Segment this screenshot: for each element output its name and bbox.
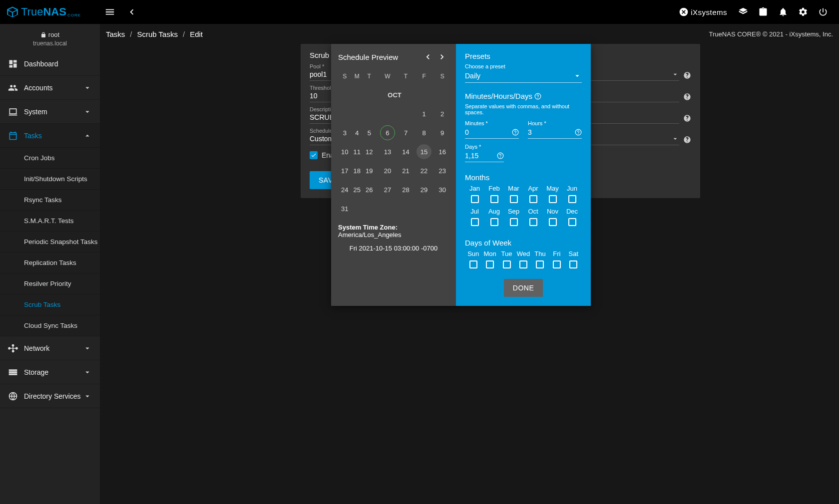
- nav-tasks[interactable]: Tasks: [0, 124, 100, 148]
- calendar-panel: Schedule Preview S M T W T F: [331, 44, 456, 306]
- month-oct-checkbox[interactable]: [529, 218, 537, 226]
- settings-button[interactable]: [793, 2, 813, 22]
- copyright: TrueNAS CORE® © 2021 - iXsystems, Inc.: [709, 30, 833, 38]
- nav-storage[interactable]: Storage: [0, 360, 100, 384]
- month-aug-checkbox[interactable]: [490, 218, 498, 226]
- minutes-help[interactable]: [512, 129, 519, 136]
- nav-sub-rsync[interactable]: Rsync Tasks: [0, 190, 100, 211]
- nav-directory[interactable]: Directory Services: [0, 384, 100, 408]
- svg-point-3: [512, 129, 518, 135]
- dow-title: Days of Week: [465, 239, 582, 247]
- chevron-down-icon: [83, 344, 92, 353]
- bell-icon: [778, 7, 788, 17]
- schedule-help[interactable]: [683, 136, 691, 144]
- hours-input[interactable]: [528, 127, 582, 139]
- dow-wed-checkbox[interactable]: [519, 260, 527, 268]
- minutes-label: Minutes *: [465, 120, 519, 126]
- months-title: Months: [465, 173, 582, 182]
- nav-sub-smart[interactable]: S.M.A.R.T. Tests: [0, 211, 100, 232]
- month-mar-checkbox[interactable]: [510, 195, 518, 203]
- calendar-icon: [8, 131, 18, 141]
- minutes-input[interactable]: [465, 127, 519, 139]
- ix-logo-icon: [679, 7, 689, 17]
- crumb-scrub-tasks[interactable]: Scrub Tasks: [137, 30, 178, 38]
- dow-sat-checkbox[interactable]: [569, 260, 577, 268]
- mhd-help[interactable]: [534, 93, 541, 100]
- nav-network[interactable]: Network: [0, 336, 100, 360]
- power-icon: [818, 7, 828, 17]
- menu-icon: [104, 6, 115, 17]
- month-apr-checkbox[interactable]: [529, 195, 537, 203]
- tasks-button[interactable]: [753, 2, 773, 22]
- calendar-prev-button[interactable]: [421, 52, 435, 62]
- dow-sun-checkbox[interactable]: [469, 260, 477, 268]
- dow-thu-checkbox[interactable]: [536, 260, 544, 268]
- crumb-tasks[interactable]: Tasks: [106, 30, 125, 38]
- nav-system[interactable]: System: [0, 100, 100, 124]
- done-button[interactable]: DONE: [504, 279, 543, 297]
- brand-name: TrueNAS: [21, 5, 66, 18]
- dow-tue-checkbox[interactable]: [503, 260, 511, 268]
- hours-help[interactable]: [575, 129, 582, 136]
- chevron-down-icon: [83, 392, 92, 401]
- month-may-checkbox[interactable]: [549, 195, 557, 203]
- nav-sub-cron[interactable]: Cron Jobs: [0, 148, 100, 169]
- schedule-preview-popup: Schedule Preview S M T W T F: [331, 44, 591, 306]
- alerts-button[interactable]: [773, 2, 793, 22]
- month-dec-checkbox[interactable]: [568, 218, 576, 226]
- menu-toggle-button[interactable]: [100, 2, 120, 22]
- system-icon: [8, 107, 18, 117]
- nav-sub-replication[interactable]: Replication Tasks: [0, 252, 100, 273]
- hours-label: Hours *: [528, 120, 582, 126]
- presets-title: Presets: [465, 52, 582, 60]
- calendar-next-button[interactable]: [435, 52, 449, 62]
- sidebar: root truenas.local Dashboard Accounts Sy…: [0, 24, 100, 504]
- preset-select[interactable]: Daily: [465, 70, 582, 83]
- directory-icon: [8, 391, 18, 401]
- nav-sub-init[interactable]: Init/Shutdown Scripts: [0, 169, 100, 190]
- preset-choose-label: Choose a preset: [465, 63, 582, 69]
- calendar-selected[interactable]: 15: [413, 143, 436, 161]
- month-jun-checkbox[interactable]: [568, 195, 576, 203]
- month-nov-checkbox[interactable]: [549, 218, 557, 226]
- help-icon: [683, 114, 691, 122]
- power-button[interactable]: [813, 2, 833, 22]
- month-jan-checkbox[interactable]: [471, 195, 479, 203]
- calendar-month: OCT: [339, 86, 448, 104]
- days-help[interactable]: [497, 152, 504, 159]
- calendar-today[interactable]: 6: [376, 124, 400, 142]
- help-icon: [683, 136, 691, 144]
- layers-icon: [738, 7, 748, 17]
- help-icon: [534, 93, 541, 100]
- check-icon: [311, 152, 317, 158]
- user-block: root truenas.local: [0, 24, 100, 52]
- nav-sub-cloud[interactable]: Cloud Sync Tasks: [0, 315, 100, 336]
- help-icon: [512, 129, 519, 136]
- clipboard-icon: [758, 7, 768, 17]
- chevron-up-icon: [83, 131, 92, 140]
- month-feb-checkbox[interactable]: [490, 195, 498, 203]
- nav-dashboard[interactable]: Dashboard: [0, 52, 100, 76]
- month-sep-checkbox[interactable]: [510, 218, 518, 226]
- month-jul-checkbox[interactable]: [471, 218, 479, 226]
- brand-logo[interactable]: TrueNAS CORE: [6, 5, 100, 18]
- enabled-checkbox[interactable]: [310, 151, 318, 159]
- brand-edition: CORE: [67, 13, 81, 17]
- chevron-down-icon: [671, 135, 679, 143]
- threshold-help[interactable]: [683, 93, 691, 101]
- back-button[interactable]: [122, 2, 142, 22]
- chevron-down-icon: [83, 83, 92, 92]
- pool-help[interactable]: [683, 71, 691, 79]
- description-help[interactable]: [683, 114, 691, 122]
- dashboard-icon: [8, 59, 18, 69]
- chevron-left-icon: [126, 6, 137, 17]
- nav-accounts[interactable]: Accounts: [0, 76, 100, 100]
- dow-mon-checkbox[interactable]: [486, 260, 494, 268]
- dow-fri-checkbox[interactable]: [553, 260, 561, 268]
- truecommand-button[interactable]: [733, 2, 753, 22]
- nav-sub-resilver[interactable]: Resilver Priority: [0, 273, 100, 294]
- nav-sub-snapshot[interactable]: Periodic Snapshot Tasks: [0, 232, 100, 252]
- nav-sub-scrub[interactable]: Scrub Tasks: [0, 294, 100, 315]
- truenas-logo-icon: [6, 5, 19, 18]
- ix-systems-link[interactable]: iXsystems: [679, 7, 727, 17]
